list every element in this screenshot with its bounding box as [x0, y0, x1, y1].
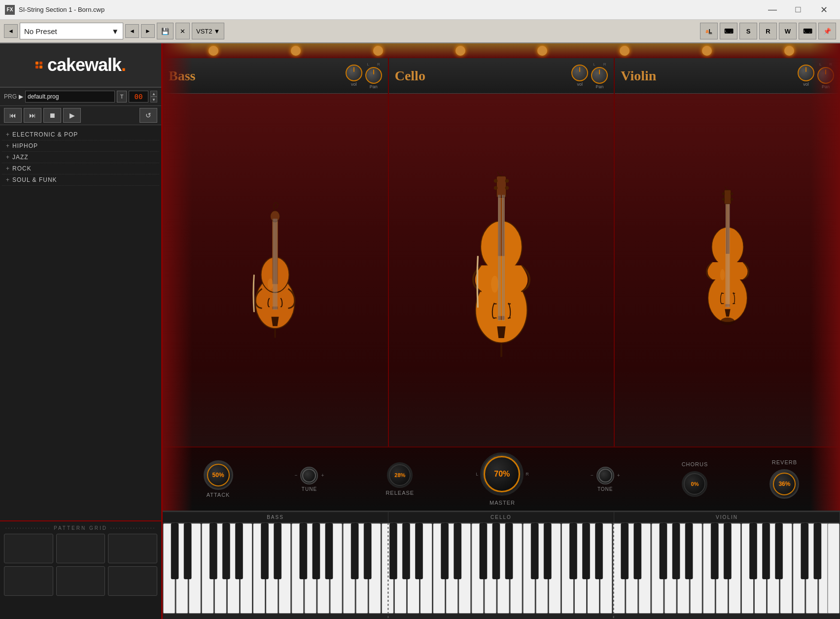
svg-rect-132: [775, 523, 783, 579]
svg-rect-100: [210, 523, 217, 579]
cello-knob-group: vol LR Pan: [571, 62, 608, 89]
tune-label: TUNE: [302, 486, 317, 492]
svg-point-43: [720, 269, 725, 280]
category-label: HIPHOP: [12, 142, 38, 149]
release-value: 28%: [394, 472, 405, 478]
svg-rect-111: [402, 523, 410, 579]
category-label: ELECTRONIC & POP: [12, 131, 78, 138]
bass-pan-col: LR Pan: [365, 62, 382, 89]
svg-point-38: [721, 317, 735, 325]
cancel-button[interactable]: ✕: [175, 23, 190, 39]
reverb-control: REVERB 36%: [770, 459, 799, 499]
stage-background: Bass vol LR Pan: [163, 43, 840, 511]
prog-spin-up[interactable]: ▲: [150, 91, 157, 97]
svg-point-4: [271, 211, 280, 222]
reverb-knob[interactable]: 36%: [770, 469, 799, 499]
s-button[interactable]: S: [739, 23, 757, 39]
category-jazz[interactable]: + JAZZ: [2, 152, 159, 163]
preset-next[interactable]: ►: [141, 24, 155, 38]
svg-rect-130: [749, 523, 757, 579]
svg-rect-123: [621, 523, 629, 579]
violin-vol-knob[interactable]: [798, 65, 814, 81]
attack-label: ATTACK: [207, 492, 230, 498]
svg-rect-113: [441, 523, 449, 579]
attack-control: 50% ATTACK: [204, 460, 233, 498]
prog-spin: ▲ ▼: [150, 91, 157, 103]
maximize-button[interactable]: □: [787, 2, 809, 17]
title-bar: FX SI-String Section 1 - Born.cwp — □ ✕: [0, 0, 840, 20]
pattern-btn-5[interactable]: [56, 566, 105, 596]
minimize-button[interactable]: —: [761, 2, 784, 17]
stage-light: [784, 46, 794, 56]
instruments-row: Bass vol LR Pan: [163, 58, 840, 447]
svg-rect-127: [685, 523, 693, 579]
tone-plus: +: [617, 473, 620, 478]
tone-minus: −: [591, 473, 594, 478]
transport-play[interactable]: ▶: [63, 108, 81, 123]
bass-vol-knob[interactable]: [346, 65, 362, 81]
svg-rect-112: [415, 523, 422, 579]
prog-file-input[interactable]: [25, 91, 115, 103]
piano-keyboard[interactable]: [163, 523, 840, 619]
attack-value: 50%: [212, 472, 224, 479]
vst2-button[interactable]: VST2 ▼: [192, 23, 224, 39]
pattern-buttons: [4, 534, 157, 596]
svg-rect-116: [492, 523, 500, 579]
save-preset-button[interactable]: 💾: [157, 23, 174, 39]
cello-pan-knob[interactable]: [591, 67, 608, 84]
release-knob[interactable]: 28%: [387, 462, 413, 488]
keyboard2-button[interactable]: ⌨: [799, 23, 816, 39]
preset-prev[interactable]: ◄: [125, 24, 139, 38]
prog-counter: 00: [129, 91, 148, 103]
master-lr: L 70% R: [476, 452, 529, 496]
chorus-knob[interactable]: 0%: [682, 471, 707, 497]
violin-image-area: [700, 94, 755, 447]
toolbar-nav-left[interactable]: ◄: [4, 24, 18, 38]
close-button[interactable]: ✕: [812, 2, 835, 17]
bass-name: Bass: [169, 68, 195, 84]
stage-light: [291, 46, 301, 56]
violin-pan-knob[interactable]: [817, 67, 834, 84]
pattern-grid: ················ PATTERN GRID ··········…: [0, 520, 161, 619]
tune-knob[interactable]: [300, 467, 318, 484]
tone-knob[interactable]: [596, 467, 614, 484]
keyboard-button[interactable]: ⌨: [720, 23, 737, 39]
w-button[interactable]: W: [779, 23, 797, 39]
cello-name: Cello: [395, 68, 425, 84]
svg-point-34: [722, 192, 725, 195]
transport-forward[interactable]: ⏭: [24, 108, 41, 123]
bass-vol-col: vol: [346, 65, 362, 87]
tone-row: − +: [591, 467, 620, 484]
cello-image-area: [467, 94, 536, 447]
svg-point-37: [730, 198, 733, 201]
stage-light: [537, 46, 547, 56]
transport-stop[interactable]: ⏹: [43, 108, 61, 123]
al-button[interactable]: aL: [700, 23, 718, 39]
pattern-btn-6[interactable]: [108, 566, 157, 596]
category-rock[interactable]: + ROCK: [2, 163, 159, 174]
category-hiphop[interactable]: + HIPHOP: [2, 140, 159, 152]
pin-button[interactable]: 📌: [818, 23, 836, 39]
attack-knob[interactable]: 50%: [204, 460, 233, 490]
svg-rect-101: [222, 523, 230, 579]
r-button[interactable]: R: [759, 23, 777, 39]
cello-vol-knob[interactable]: [571, 65, 588, 81]
category-expand-icon: +: [6, 176, 9, 183]
prog-spin-down[interactable]: ▼: [150, 97, 157, 103]
preset-dropdown[interactable]: No Preset ▼: [20, 23, 123, 39]
master-knob[interactable]: 70%: [480, 452, 524, 496]
release-label: RELEASE: [385, 490, 414, 496]
pattern-btn-4[interactable]: [4, 566, 53, 596]
svg-rect-33: [724, 190, 731, 204]
category-soul-funk[interactable]: + SOUL & FUNK: [2, 174, 159, 186]
bass-keyboard-label: BASS: [163, 512, 388, 522]
transport-rewind[interactable]: ⏮: [4, 108, 22, 123]
pattern-btn-3[interactable]: [108, 534, 157, 563]
pattern-btn-1[interactable]: [4, 534, 53, 563]
master-control: L 70% R MASTER: [476, 452, 529, 506]
prog-t-button[interactable]: T: [117, 91, 127, 103]
pattern-btn-2[interactable]: [56, 534, 105, 563]
category-electronic-pop[interactable]: + ELECTRONIC & POP: [2, 129, 159, 140]
transport-loop[interactable]: ↺: [140, 108, 157, 123]
bass-pan-knob[interactable]: [365, 67, 382, 84]
